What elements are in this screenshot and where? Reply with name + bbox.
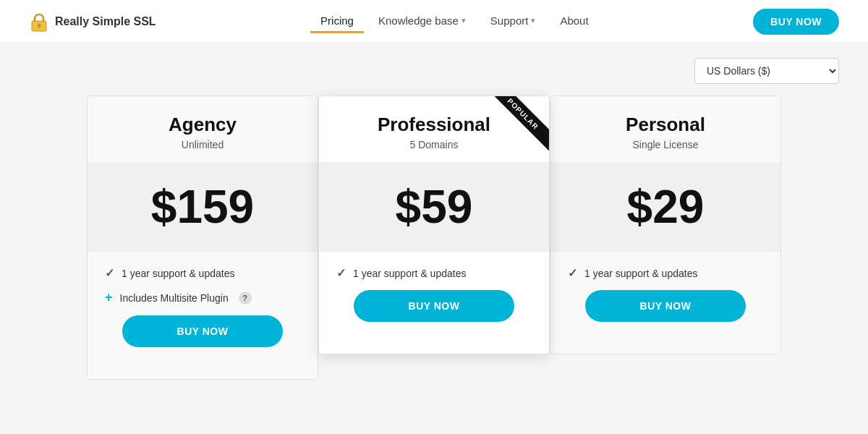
check-icon: ✓ bbox=[336, 266, 346, 280]
brand-logo-area: Really Simple SSL bbox=[29, 12, 156, 32]
personal-price: $29 bbox=[565, 184, 766, 230]
feature-text: 1 year support & updates bbox=[584, 268, 697, 279]
check-icon: ✓ bbox=[105, 266, 114, 280]
personal-plan-name: Personal bbox=[565, 114, 766, 136]
check-icon: ✓ bbox=[568, 266, 577, 280]
pricing-grid: Agency Unlimited $159 ✓ 1 year support &… bbox=[29, 95, 839, 380]
help-icon[interactable]: ? bbox=[239, 292, 252, 305]
list-item: ✓ 1 year support & updates bbox=[336, 266, 532, 280]
nav-knowledge-base[interactable]: Knowledge base ▾ bbox=[368, 10, 476, 33]
professional-plan-subtitle: 5 Domains bbox=[333, 139, 535, 150]
agency-buy-now-button[interactable]: BUY NOW bbox=[122, 315, 283, 347]
plan-card-personal: Personal Single License $29 ✓ 1 year sup… bbox=[550, 95, 781, 354]
navbar: Really Simple SSL Pricing Knowledge base… bbox=[0, 0, 868, 43]
agency-plan-subtitle: Unlimited bbox=[102, 139, 303, 150]
nav-pricing[interactable]: Pricing bbox=[310, 10, 364, 33]
professional-buy-now-button[interactable]: BUY NOW bbox=[354, 290, 514, 322]
main-nav: Pricing Knowledge base ▾ Support ▾ About bbox=[310, 10, 599, 33]
list-item: ✓ 1 year support & updates bbox=[568, 266, 763, 280]
professional-features: ✓ 1 year support & updates BUY NOW bbox=[319, 252, 549, 354]
brand-name: Really Simple SSL bbox=[55, 15, 156, 28]
list-item: + Includes Multisite Plugin ? bbox=[105, 290, 300, 305]
personal-plan-subtitle: Single License bbox=[565, 139, 766, 150]
plan-card-agency: Agency Unlimited $159 ✓ 1 year support &… bbox=[87, 95, 318, 380]
currency-select[interactable]: US Dollars ($) Euros (€) British Pounds … bbox=[694, 58, 839, 84]
chevron-down-icon: ▾ bbox=[461, 16, 466, 25]
nav-support[interactable]: Support ▾ bbox=[480, 10, 546, 33]
list-item: ✓ 1 year support & updates bbox=[105, 266, 300, 280]
professional-price-section: $59 bbox=[319, 162, 549, 252]
chevron-down-icon: ▾ bbox=[531, 16, 535, 25]
professional-card-header: Professional 5 Domains POPULAR bbox=[319, 96, 549, 162]
agency-card-header: Agency Unlimited bbox=[88, 96, 318, 162]
personal-buy-now-button[interactable]: BUY NOW bbox=[585, 290, 746, 322]
personal-features: ✓ 1 year support & updates BUY NOW bbox=[550, 252, 780, 354]
professional-price: $59 bbox=[333, 184, 535, 230]
agency-features: ✓ 1 year support & updates + Includes Mu… bbox=[88, 252, 318, 379]
plan-card-professional: Professional 5 Domains POPULAR $59 ✓ 1 y… bbox=[318, 95, 550, 354]
feature-text: 1 year support & updates bbox=[353, 268, 466, 279]
plus-icon: + bbox=[105, 290, 113, 305]
personal-card-header: Personal Single License bbox=[550, 96, 780, 162]
professional-plan-name: Professional bbox=[333, 114, 535, 136]
currency-row: US Dollars ($) Euros (€) British Pounds … bbox=[29, 58, 839, 84]
header-buy-now-button[interactable]: BUY NOW bbox=[753, 9, 839, 35]
feature-text: 1 year support & updates bbox=[122, 268, 234, 279]
agency-plan-name: Agency bbox=[102, 114, 303, 136]
svg-rect-2 bbox=[38, 26, 40, 28]
lock-icon bbox=[29, 12, 49, 32]
personal-price-section: $29 bbox=[550, 162, 780, 252]
feature-text: Includes Multisite Plugin bbox=[120, 292, 229, 304]
main-content: US Dollars ($) Euros (€) British Pounds … bbox=[0, 43, 868, 434]
nav-about[interactable]: About bbox=[550, 10, 598, 33]
agency-price-section: $159 bbox=[88, 162, 318, 252]
agency-price: $159 bbox=[102, 184, 303, 230]
